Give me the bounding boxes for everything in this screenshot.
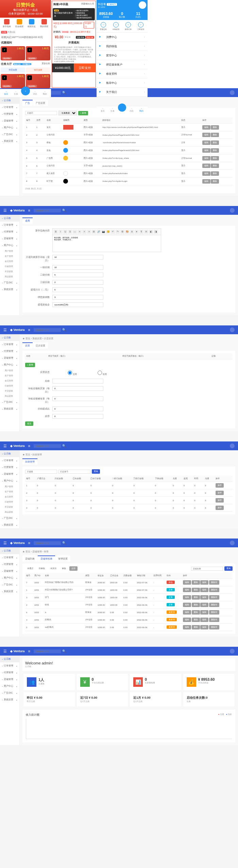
- tab-首页[interactable]: ▫首页: [1, 91, 11, 96]
- brand-logo[interactable]: ◈ Ventura: [10, 444, 25, 448]
- edit-button[interactable]: 编辑: [202, 148, 210, 153]
- sidebar-sub-归途管理[interactable]: 归途管理: [0, 383, 19, 389]
- menu-我的钱包[interactable]: ▸我的钱包›: [97, 42, 148, 51]
- edit-button[interactable]: 编辑: [202, 133, 210, 137]
- sidebar-sub-资产管理[interactable]: 资产管理: [0, 254, 19, 259]
- sidebar-订单管理[interactable]: ▫订单管理▸: [0, 341, 19, 348]
- search-button[interactable]: 查询: [224, 566, 233, 571]
- tab-ads[interactable]: 广告: [22, 100, 33, 106]
- input-补贴金额修改量（每日）[interactable]: [52, 396, 103, 401]
- input-排序[interactable]: [52, 414, 103, 419]
- search-input[interactable]: [34, 649, 61, 653]
- filter-全部[interactable]: 全部: [69, 566, 78, 571]
- task-card[interactable]: ♪1.80元剩余999+: [26, 74, 50, 88]
- tab-ads-settings[interactable]: 广告设置: [33, 100, 48, 106]
- task-card[interactable]: ♪1.80元剩余999+: [1, 74, 25, 88]
- sidebar-代理管理[interactable]: ▫代理管理▸: [0, 111, 19, 117]
- tab-store-list[interactable]: 店铺列表: [22, 555, 37, 562]
- avatar[interactable]: [139, 1, 146, 9]
- delete-button[interactable]: 删除: [211, 140, 219, 145]
- sidebar-sub-商品设置[interactable]: 商品设置: [0, 394, 19, 399]
- menu-icon[interactable]: ≡: [28, 649, 30, 653]
- search-icon[interactable]: 🔍: [62, 209, 66, 212]
- quick-补购提现[interactable]: ○补购提现: [110, 22, 122, 30]
- nav-我的理窝[interactable]: 我的理窝: [38, 19, 51, 28]
- sidebar-sub-用户管理[interactable]: 用户管理: [0, 249, 19, 254]
- add-button[interactable]: + 新增: [25, 363, 35, 367]
- task-card[interactable]: ♪1.80元剩余999+: [1, 46, 25, 60]
- sidebar-广告DIC[interactable]: ▫广告DIC▸: [0, 515, 19, 522]
- delete-button[interactable]: 删除: [192, 595, 200, 600]
- sidebar-广告DIC[interactable]: ▫广告DIC▸: [0, 131, 19, 138]
- edit-button[interactable]: 编辑: [183, 610, 191, 615]
- search-icon[interactable]: 🔍: [62, 649, 66, 653]
- sidebar-广告DIC[interactable]: ▫广告DIC▸: [0, 581, 19, 588]
- toolbar-btn[interactable]: S: [68, 230, 72, 234]
- tab-store-mgmt[interactable]: 管理设置: [55, 555, 70, 562]
- menu-icon[interactable]: ☰: [3, 328, 7, 332]
- filter-审核[interactable]: 审核: [60, 566, 68, 571]
- toolbar-btn[interactable]: ≡: [87, 230, 91, 234]
- sidebar-用户中心[interactable]: ▫用户中心▸: [0, 124, 19, 131]
- input-补贴金额购买量（每日）[interactable]: [52, 386, 103, 391]
- toolbar-btn[interactable]: ↶: [111, 230, 115, 234]
- toolbar-btn[interactable]: ▾: [135, 230, 139, 234]
- edit-button[interactable]: 编辑: [183, 588, 191, 592]
- menu-关于我们[interactable]: ▸关于我们›: [97, 88, 148, 97]
- input-开通列表新手补贴（显示）[interactable]: [52, 255, 103, 260]
- op-button[interactable]: 操作: [216, 506, 224, 510]
- sidebar-店铺管理[interactable]: ▫店铺管理▸: [0, 471, 19, 477]
- filter-order[interactable]: [58, 470, 90, 474]
- search-icon[interactable]: 🔍: [62, 541, 66, 545]
- toolbar-btn[interactable]: B: [54, 230, 58, 234]
- delpay-button[interactable]: 删除付: [209, 610, 219, 615]
- delpay-button[interactable]: 删除付: [209, 595, 219, 600]
- input-提现日日（…元）[interactable]: [52, 287, 103, 292]
- op-button[interactable]: 操作: [216, 483, 224, 488]
- delpay-button[interactable]: 删除付: [209, 603, 219, 607]
- tab-消息[interactable]: ▫消息: [127, 108, 136, 113]
- toolbar-btn[interactable]: I: [58, 230, 63, 234]
- delpay-button[interactable]: 删除付: [209, 618, 219, 622]
- sidebar-系统设置[interactable]: ▫系统设置▸: [0, 522, 19, 528]
- edit-button[interactable]: 编辑: [183, 625, 191, 629]
- sidebar-订单管理[interactable]: ▫订单管理▸: [0, 457, 19, 464]
- submit-button[interactable]: 提交: [25, 421, 33, 426]
- tab-消息[interactable]: ▫消息: [30, 91, 40, 96]
- filter-key[interactable]: [25, 470, 57, 474]
- op-button[interactable]: 操作: [216, 498, 224, 503]
- tab-return[interactable]: 归途管理: [22, 458, 37, 465]
- user-avatar[interactable]: [230, 327, 235, 332]
- toolbar-btn[interactable]: —: [73, 230, 77, 234]
- delete-button[interactable]: 删除: [211, 148, 219, 153]
- delete-button[interactable]: 删除: [211, 179, 219, 184]
- pay-button[interactable]: 立即支付: [74, 63, 96, 72]
- quick-立即提现[interactable]: ○立即提现: [135, 22, 147, 30]
- sidebar-广告DIC[interactable]: ▫广告DIC▸: [0, 279, 19, 286]
- tab-store-review[interactable]: 店铺审核表: [38, 555, 55, 562]
- more-link[interactable]: 更多任务: [42, 62, 50, 65]
- tab-general[interactable]: 通用: [22, 218, 33, 224]
- sidebar-代理管理[interactable]: ▫代理管理▸: [0, 228, 19, 235]
- menu-消费中心[interactable]: ▸消费中心›: [97, 33, 148, 42]
- input-绑定媒体数[interactable]: [52, 295, 103, 300]
- edit-button[interactable]: 编辑: [202, 156, 210, 161]
- tab-opened[interactable]: 已开设置: [33, 342, 48, 348]
- edit2-button[interactable]: 编辑: [200, 618, 208, 622]
- menu-icon[interactable]: ≡: [28, 208, 30, 212]
- sidebar-sub-用户管理[interactable]: 用户管理: [0, 484, 19, 489]
- toolbar-btn[interactable]: 📷: [101, 230, 105, 234]
- toolbar-btn[interactable]: 🎨: [125, 230, 129, 234]
- delpay-button[interactable]: 删除付: [209, 588, 219, 592]
- sidebar-店铺管理[interactable]: ▫店铺管理▸: [0, 568, 19, 574]
- sidebar-公示板[interactable]: ▫公示板: [0, 97, 19, 104]
- delete-button[interactable]: 删除: [211, 171, 219, 176]
- editor-content[interactable]: 每日领取，新手指南，日领领域每日领券，可领取开店…: [52, 235, 161, 252]
- menu-icon[interactable]: ☰: [3, 208, 7, 213]
- edit-button[interactable]: 编辑: [183, 618, 191, 622]
- delpay-button[interactable]: 删除付: [209, 625, 219, 629]
- toolbar-btn[interactable]: 🔗: [97, 230, 101, 234]
- filter-未支付[interactable]: 未支付: [48, 566, 58, 571]
- sidebar-sub-开店设置[interactable]: 开店设置: [0, 505, 19, 510]
- sidebar-店铺管理[interactable]: ▫店铺管理▸: [0, 117, 19, 124]
